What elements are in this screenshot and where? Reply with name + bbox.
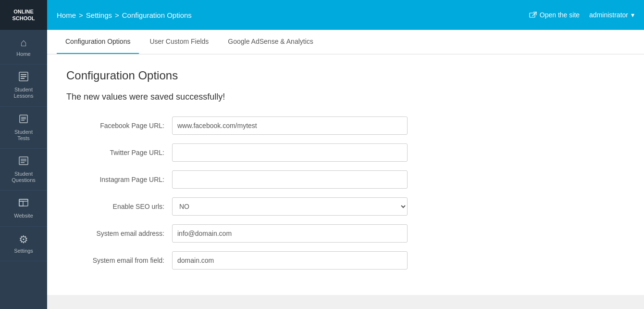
breadcrumb-sep-1: > [79, 11, 83, 19]
label-twitter-url: Twitter Page URL: [66, 149, 172, 156]
home-icon: ⌂ [20, 37, 26, 49]
open-site-label: Open the site [540, 11, 580, 19]
sidebar-label-home: Home [16, 51, 30, 57]
form-row-email-from: System email from field: [66, 251, 625, 270]
topbar-right: Open the site administrator ▾ [529, 11, 634, 19]
svg-rect-5 [21, 117, 26, 118]
open-site-icon [529, 11, 537, 19]
page-content: Configuration Options The new values wer… [47, 54, 644, 295]
app-logo: ONLINE SCHOOL [0, 0, 47, 30]
topbar: Home > Settings > Configuration Options … [47, 0, 644, 30]
sidebar-item-website[interactable]: Website [0, 191, 47, 226]
svg-rect-3 [21, 78, 25, 79]
sidebar-label-settings: Settings [14, 248, 33, 254]
sidebar-item-student-lessons[interactable]: StudentLessons [0, 64, 47, 106]
label-instagram-url: Instagram Page URL: [66, 176, 172, 183]
label-system-email: System email address: [66, 230, 172, 237]
sidebar-item-student-tests[interactable]: StudentTests [0, 107, 47, 149]
student-questions-icon [18, 155, 29, 169]
breadcrumb-current: Configuration Options [122, 11, 192, 19]
svg-rect-14 [19, 201, 23, 206]
app-name-line1: ONLINE [12, 8, 35, 15]
tab-config-options[interactable]: Configuration Options [57, 30, 139, 54]
sidebar-label-student-questions: StudentQuestions [12, 171, 36, 183]
svg-rect-10 [21, 160, 26, 161]
svg-rect-9 [21, 159, 26, 160]
input-system-email[interactable] [172, 224, 408, 243]
sidebar-label-student-lessons: StudentLessons [14, 87, 34, 99]
admin-dropdown[interactable]: administrator ▾ [589, 11, 634, 19]
open-site-button[interactable]: Open the site [529, 11, 580, 19]
label-seo-urls: Enable SEO urls: [66, 203, 172, 210]
tab-google-adsense[interactable]: Google AdSense & Analytics [219, 30, 322, 54]
sidebar-label-website: Website [14, 213, 33, 219]
sidebar-item-student-questions[interactable]: StudentQuestions [0, 149, 47, 191]
input-instagram-url[interactable] [172, 170, 408, 189]
svg-rect-12 [19, 199, 28, 206]
svg-rect-1 [21, 74, 26, 75]
website-icon [18, 197, 29, 211]
sidebar: ONLINE SCHOOL ⌂ Home StudentLessons [0, 0, 47, 309]
select-seo-urls[interactable]: NO YES [172, 197, 408, 216]
student-tests-icon [18, 114, 29, 127]
tab-user-custom-fields[interactable]: User Custom Fields [141, 30, 217, 54]
input-email-from[interactable] [172, 251, 408, 270]
tab-bar: Configuration Options User Custom Fields… [47, 30, 644, 54]
sidebar-item-home[interactable]: ⌂ Home [0, 30, 47, 64]
content-area: Configuration Options User Custom Fields… [47, 30, 644, 309]
student-lessons-icon [18, 71, 29, 85]
form-row-instagram: Instagram Page URL: [66, 170, 625, 189]
input-facebook-url[interactable] [172, 116, 408, 135]
input-twitter-url[interactable] [172, 143, 408, 162]
svg-rect-11 [21, 162, 25, 163]
breadcrumb-home[interactable]: Home [57, 11, 76, 19]
svg-rect-2 [21, 76, 26, 77]
form-row-facebook: Facebook Page URL: [66, 116, 625, 135]
svg-rect-6 [21, 118, 26, 119]
page-title: Configuration Options [66, 69, 625, 82]
sidebar-label-student-tests: StudentTests [14, 129, 33, 142]
config-form: Facebook Page URL: Twitter Page URL: Ins… [66, 116, 625, 270]
svg-rect-7 [21, 120, 25, 121]
admin-label: administrator [589, 11, 628, 19]
form-row-twitter: Twitter Page URL: [66, 143, 625, 162]
label-email-from: System email from field: [66, 257, 172, 264]
main-area: Home > Settings > Configuration Options … [47, 0, 644, 309]
success-message: The new values were saved successfully! [66, 92, 625, 102]
chevron-down-icon: ▾ [631, 11, 634, 19]
sidebar-item-settings[interactable]: ⚙ Settings [0, 227, 47, 261]
breadcrumb-sep-2: > [115, 11, 119, 19]
breadcrumb: Home > Settings > Configuration Options [57, 11, 529, 19]
svg-rect-15 [530, 13, 535, 17]
form-row-system-email: System email address: [66, 224, 625, 243]
label-facebook-url: Facebook Page URL: [66, 122, 172, 129]
settings-icon: ⚙ [19, 233, 28, 246]
breadcrumb-settings[interactable]: Settings [86, 11, 112, 19]
app-name-line2: SCHOOL [12, 15, 35, 22]
form-row-seo: Enable SEO urls: NO YES [66, 197, 625, 216]
